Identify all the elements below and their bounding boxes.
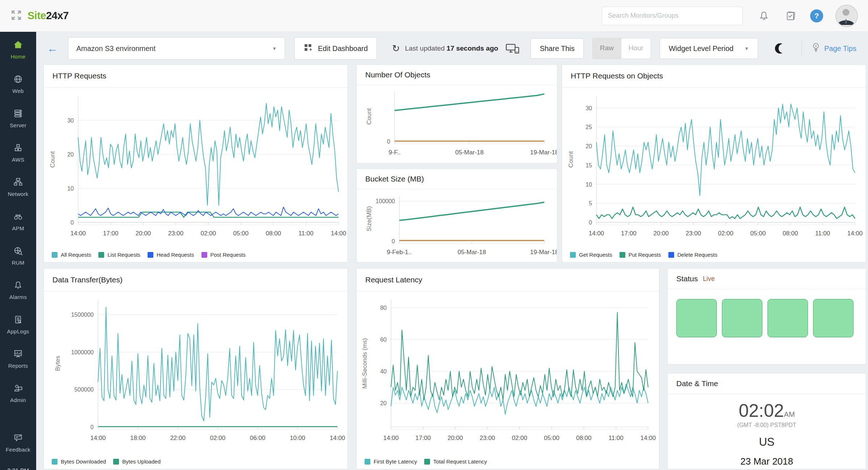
legend-item[interactable]: Total Request Latency [424,458,487,465]
sidebar-item-feedback[interactable]: Feedback [6,433,30,453]
svg-text:100000: 100000 [376,198,395,204]
legend-item[interactable]: Get Requests [570,252,612,258]
svg-text:11:00: 11:00 [608,435,623,441]
legend-item[interactable]: Post Requests [201,252,246,258]
widget-level-period-label: Widget Level Period [669,44,733,53]
http-requests-widget: HTTP Requests 010203014:0017:0020:0023:0… [43,64,348,262]
region: US [668,436,866,449]
sidebar-item-alarms[interactable]: Alarms [9,280,27,300]
bucket-size-chart: 01000009-Feb-1..05-Mar-1819-Mar-18Size(M… [357,190,557,259]
share-this-label: Share This [540,44,574,53]
svg-text:1500000: 1500000 [71,312,94,318]
legend-label: Put Requests [629,252,661,258]
sidebar-item-label: Server [10,122,26,128]
tasks-check-icon[interactable] [785,10,796,22]
legend-item[interactable]: List Requests [98,252,140,258]
sidebar-item-web[interactable]: Web [12,74,24,94]
sidebar-item-applogs[interactable]: AppLogs [7,315,29,334]
svg-text:9-F..: 9-F.. [388,149,400,156]
status-box[interactable] [813,299,854,337]
page-tips-link[interactable]: Page Tips [811,42,856,55]
share-this-button[interactable]: Share This [531,38,583,59]
sidebar-item-aws[interactable]: AWS [12,143,25,163]
home-icon [13,40,23,51]
svg-text:15: 15 [586,162,592,168]
refresh-icon[interactable]: ↻ [392,43,400,54]
sidebar-item-label: Home [10,54,25,60]
raw-hour-toggle: Raw Hour [592,38,651,59]
legend-label: Head Requests [157,252,194,258]
site24x7-logo[interactable]: Site24x7 [10,9,69,23]
svg-text:14:00: 14:00 [589,230,604,237]
svg-text:10: 10 [67,185,74,192]
svg-text:19-Mar-18: 19-Mar-18 [530,249,557,256]
status-box[interactable] [722,299,762,337]
avatar[interactable] [835,5,858,27]
svg-text:14:00: 14:00 [847,230,863,237]
legend-swatch [668,252,674,258]
search-input[interactable] [602,7,743,25]
legend-swatch [570,252,576,258]
legend-swatch [620,252,625,258]
edit-dashboard-button[interactable]: Edit Dashboard [294,37,377,60]
reports-icon [13,349,23,360]
status-box[interactable] [767,299,808,337]
svg-text:14:00: 14:00 [331,230,346,237]
last-updated: Last updated 17 seconds ago [405,44,498,52]
toggle-raw[interactable]: Raw [593,38,621,59]
legend-item[interactable]: First Byte Latency [365,458,417,465]
svg-text:11:00: 11:00 [298,230,313,237]
sidebar: HomeWebServerAWSNetworkAPMRUMAlarmsAppLo… [0,32,36,470]
chevron-down-icon: ▼ [744,46,749,51]
widget-level-period-select[interactable]: Widget Level Period▼ [660,38,758,59]
sidebar-item-apm[interactable]: APM [12,212,24,231]
svg-text:19-Mar-18: 19-Mar-18 [530,149,557,156]
svg-text:23:00: 23:00 [168,230,184,237]
widget-title: Request Latency [365,275,422,284]
svg-text:10:00: 10:00 [290,435,305,441]
sidebar-item-home[interactable]: Home [10,40,25,60]
legend-item[interactable]: All Requests [52,252,91,258]
legend-swatch [52,252,58,258]
svg-text:23:00: 23:00 [686,230,701,237]
legend-item[interactable]: Bytes Uploaded [113,458,161,465]
bell-icon[interactable] [758,10,770,22]
sidebar-item-label: Reports [8,363,28,369]
devices-icon[interactable] [505,42,520,55]
sidebar-item-network[interactable]: Network [8,177,28,197]
svg-text:14:00: 14:00 [71,230,86,237]
widget-title: HTTP Requests [52,72,106,80]
svg-text:08:00: 08:00 [783,230,798,237]
sidebar-clock: 2:31 PM [7,468,29,470]
status-boxes [676,299,854,337]
widget-title: Date & Time [676,379,718,388]
widget-title: Number Of Objects [365,70,430,79]
legend-item[interactable]: Bytes Downloaded [52,458,106,465]
sidebar-item-admin[interactable]: Admin [10,383,26,403]
toggle-hour[interactable]: Hour [621,38,651,59]
status-box[interactable] [676,299,717,337]
sidebar-item-reports[interactable]: Reports [8,349,28,369]
svg-text:02:00: 02:00 [512,435,527,441]
svg-text:05:00: 05:00 [544,435,559,441]
legend-item[interactable]: Head Requests [148,252,194,258]
help-icon[interactable]: ? [810,9,823,22]
network-icon [13,177,23,189]
svg-text:17:00: 17:00 [621,230,637,237]
dashboard-select-value: Amazon S3 environment [76,44,156,53]
sidebar-item-rum[interactable]: RUM [12,246,24,266]
svg-text:500000: 500000 [75,386,94,393]
legend-item[interactable]: Put Requests [620,252,661,258]
svg-text:0: 0 [90,424,94,430]
back-arrow-icon[interactable]: ← [47,42,58,55]
svg-text:14:00: 14:00 [90,435,106,441]
legend-item[interactable]: Delete Requests [668,252,718,258]
sidebar-item-label: Admin [10,397,26,403]
grid-plus-icon [303,43,313,54]
edit-dashboard-label: Edit Dashboard [318,44,368,53]
content: ← Amazon S3 environment ▼ Edit Dashboard… [36,32,868,470]
dashboard-select[interactable]: Amazon S3 environment ▼ [68,37,285,60]
moon-icon[interactable] [773,42,787,55]
date-time-body: 02:02AM (GMT -8:00) PST8PDT US 23 Mar 20… [668,394,866,467]
sidebar-item-server[interactable]: Server [10,108,26,128]
